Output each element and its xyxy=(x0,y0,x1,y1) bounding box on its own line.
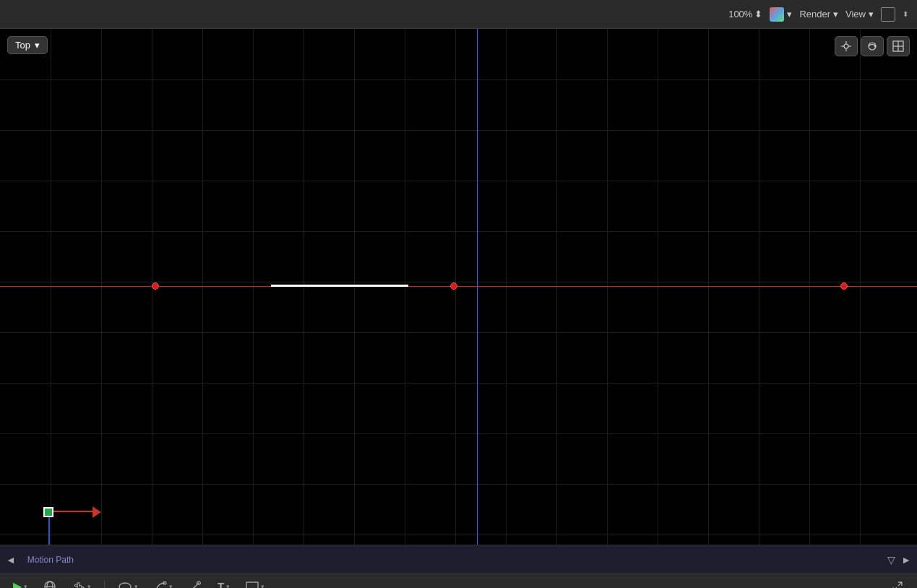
text-tool-button[interactable]: T ▾ xyxy=(215,579,233,588)
timeline-end-button[interactable]: ► xyxy=(901,554,911,566)
orbit-tool-icon xyxy=(43,580,56,589)
play-button[interactable]: ▶ ▾ xyxy=(10,578,30,588)
gizmo-center xyxy=(43,507,53,517)
grid-v-line xyxy=(101,29,102,545)
grid-v-line xyxy=(354,29,355,545)
grid-v-line xyxy=(202,29,203,545)
play-chevron-icon: ▾ xyxy=(24,583,27,589)
gizmo-y-arm xyxy=(48,517,50,545)
view-name-label: Top xyxy=(15,40,30,51)
grid-v-line xyxy=(607,29,608,545)
grid-v-line xyxy=(556,29,557,545)
pen-tool-icon xyxy=(189,580,202,589)
grid-v-line xyxy=(405,29,405,545)
color-swatch-icon xyxy=(770,7,784,22)
shape-tool-button[interactable]: ▾ xyxy=(115,579,141,589)
text-chevron-icon: ▾ xyxy=(226,583,230,589)
expand-button[interactable] xyxy=(888,579,907,589)
grid-h-line xyxy=(0,79,917,80)
pen-tool-button[interactable] xyxy=(186,579,205,589)
path-tool-button[interactable]: ▾ xyxy=(151,579,176,589)
svg-point-11 xyxy=(47,581,53,589)
rect-tool-button[interactable]: ▾ xyxy=(243,580,267,589)
gizmo-x-arrow-icon xyxy=(92,506,101,518)
zoom-chevron-icon: ⬍ xyxy=(754,9,762,20)
path-tool-icon xyxy=(154,580,167,589)
window-chevron-icon: ⬍ xyxy=(903,10,908,18)
svg-line-20 xyxy=(898,582,902,586)
view-name-chevron-icon: ▾ xyxy=(35,40,40,51)
grid-h-line xyxy=(0,181,917,181)
layout-icon xyxy=(892,40,904,52)
grid-v-line xyxy=(658,29,658,545)
grid-h-line xyxy=(0,484,917,485)
grid-v-line xyxy=(860,29,861,545)
red-dot-left xyxy=(152,282,159,290)
view-menu-button[interactable]: View ▾ xyxy=(845,9,874,20)
oval-tool-icon xyxy=(118,581,132,589)
expand-icon xyxy=(891,580,904,589)
grid-h-line xyxy=(0,130,917,131)
orbit-icon xyxy=(866,40,878,52)
svg-point-13 xyxy=(119,583,131,589)
render-chevron-icon: ▾ xyxy=(833,9,838,20)
grid-h-line xyxy=(0,332,917,333)
toolbar-divider-1 xyxy=(104,580,105,589)
view-label-dropdown[interactable]: Top ▾ xyxy=(7,36,48,54)
transform-gizmo-button[interactable] xyxy=(835,36,858,56)
svg-point-0 xyxy=(844,44,848,48)
hand-chevron-icon: ▾ xyxy=(87,583,91,589)
render-menu-button[interactable]: Render ▾ xyxy=(799,9,838,20)
motion-path-object xyxy=(271,285,408,287)
svg-rect-19 xyxy=(246,582,258,589)
render-label: Render xyxy=(799,9,830,20)
hand-tool-button[interactable]: ▾ xyxy=(69,579,94,589)
red-dot-center xyxy=(450,282,457,290)
grid-v-line xyxy=(51,29,51,545)
grid-v-line xyxy=(759,29,759,545)
viewport: Top ▾ xyxy=(0,29,917,545)
grid-h-line xyxy=(0,282,917,282)
orbit-tool-button[interactable] xyxy=(40,579,59,589)
zoom-value: 100% xyxy=(728,9,752,20)
grid-h-line xyxy=(0,383,917,384)
timeline-bar: ◄ Motion Path ▽ ► xyxy=(0,545,917,574)
grid-overlay xyxy=(0,29,917,545)
gizmo-x-arm xyxy=(53,511,93,512)
viewport-controls xyxy=(835,36,910,56)
path-chevron-icon: ▾ xyxy=(169,583,173,589)
grid-h-line xyxy=(0,433,917,434)
timeline-start-button[interactable]: ◄ xyxy=(6,554,16,566)
play-icon: ▶ xyxy=(13,579,22,588)
orbit-button[interactable] xyxy=(861,36,884,56)
window-layout-icon[interactable] xyxy=(881,7,895,22)
color-chevron-icon: ▾ xyxy=(787,9,792,20)
view-chevron-icon: ▾ xyxy=(869,9,874,20)
zoom-control[interactable]: 100% ⬍ xyxy=(728,9,762,20)
svg-point-10 xyxy=(45,581,55,589)
layout-button[interactable] xyxy=(887,36,910,56)
grid-v-line xyxy=(708,29,709,545)
text-tool-icon: T xyxy=(218,580,224,588)
red-dot-right xyxy=(840,282,848,290)
red-horizontal-line xyxy=(0,286,917,287)
view-label: View xyxy=(845,9,866,20)
timeline-marker-icon: ▽ xyxy=(887,554,895,566)
move-icon xyxy=(840,40,852,52)
bottom-toolbar: ▶ ▾ ▾ ▾ ▾ xyxy=(0,574,917,588)
grid-v-line xyxy=(303,29,304,545)
grid-h-line xyxy=(0,231,917,232)
timeline-label: Motion Path xyxy=(22,555,882,565)
grid-v-line xyxy=(506,29,507,545)
color-picker-button[interactable]: ▾ xyxy=(770,7,792,22)
grid-v-line xyxy=(809,29,810,545)
rect-chevron-icon: ▾ xyxy=(261,583,264,589)
center-vertical-line xyxy=(477,29,478,545)
oval-chevron-icon: ▾ xyxy=(134,583,138,589)
rect-tool-icon xyxy=(246,581,259,589)
grid-v-line xyxy=(253,29,254,545)
grid-h-line xyxy=(0,535,917,535)
top-toolbar: 100% ⬍ ▾ Render ▾ View ▾ ⬍ xyxy=(0,0,917,29)
hand-tool-icon xyxy=(72,580,85,589)
